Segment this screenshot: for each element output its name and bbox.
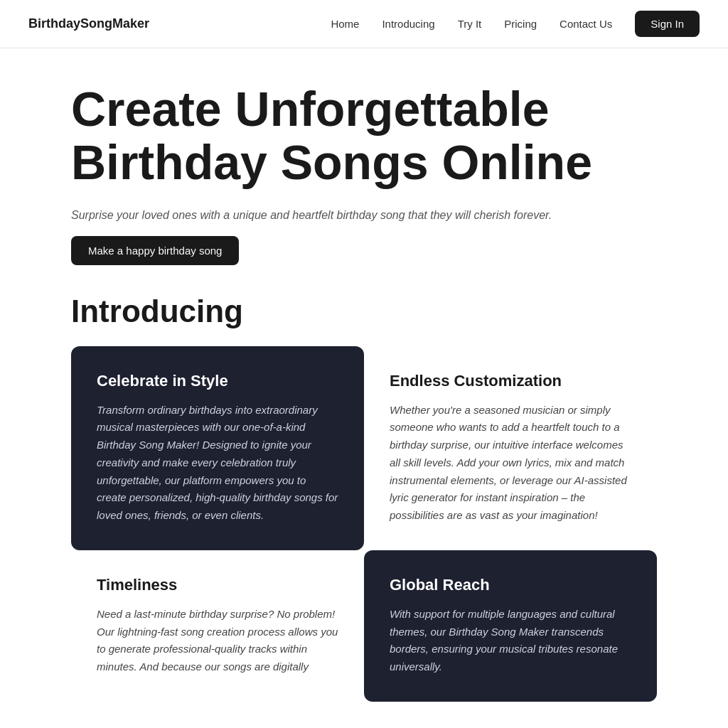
card-customization-text: Whether you're a seasoned musician or si… [390,402,631,525]
nav-contact[interactable]: Contact Us [560,18,612,30]
nav-pricing[interactable]: Pricing [504,18,537,30]
card-customization-title: Endless Customization [390,372,631,390]
hero-subtitle: Surprise your loved ones with a unique a… [71,209,657,222]
cta-button[interactable]: Make a happy birthday song [71,236,239,265]
card-celebrate-text: Transform ordinary birthdays into extrao… [97,402,338,525]
card-global-title: Global Reach [390,576,631,594]
introducing-title: Introducing [71,294,657,329]
main-content: Create Unforgettable Birthday Songs Onli… [0,48,728,728]
card-timeliness-title: Timeliness [97,576,338,594]
hero-title: Create Unforgettable Birthday Songs Onli… [71,82,657,189]
card-timeliness: Timeliness Need a last-minute birthday s… [71,550,364,702]
card-timeliness-text: Need a last-minute birthday surprise? No… [97,606,338,676]
brand-logo: BirthdaySongMaker [28,16,149,31]
nav-home[interactable]: Home [331,18,359,30]
top-cards-row: Celebrate in Style Transform ordinary bi… [71,346,657,550]
nav-tryit[interactable]: Try It [458,18,482,30]
card-global: Global Reach With support for multiple l… [364,550,657,702]
nav-links: Home Introducing Try It Pricing Contact … [331,11,700,37]
card-customization: Endless Customization Whether you're a s… [364,346,657,550]
card-celebrate-title: Celebrate in Style [97,372,338,390]
nav-introducing[interactable]: Introducing [382,18,434,30]
card-global-text: With support for multiple languages and … [390,606,631,676]
navbar: BirthdaySongMaker Home Introducing Try I… [0,0,728,48]
card-celebrate: Celebrate in Style Transform ordinary bi… [71,346,364,550]
signin-button[interactable]: Sign In [635,11,700,37]
bottom-cards-row: Timeliness Need a last-minute birthday s… [71,550,657,702]
